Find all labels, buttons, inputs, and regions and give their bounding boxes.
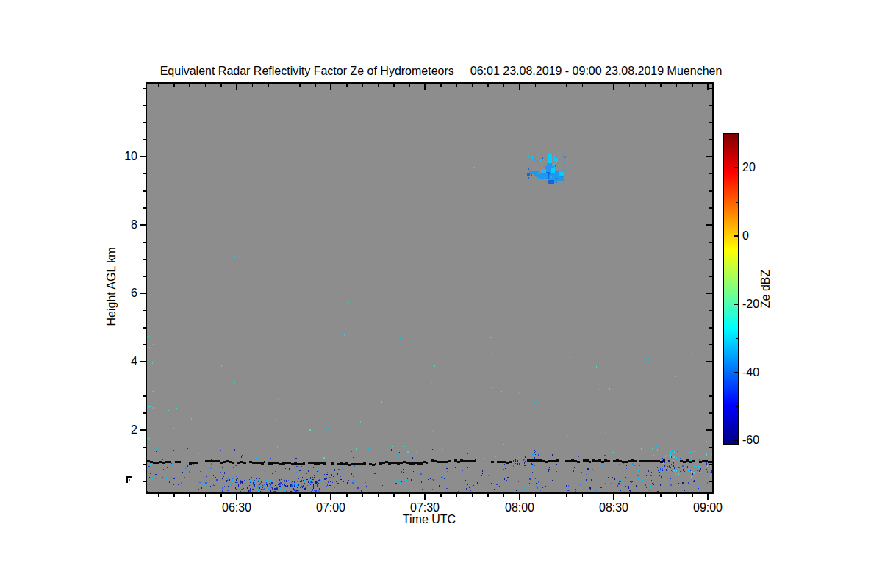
tick-mark: [236, 494, 237, 500]
tick-mark: [707, 84, 709, 90]
tick-mark: [598, 84, 599, 87]
tick-mark: [143, 242, 146, 243]
tick-mark: [140, 156, 146, 157]
tick-mark: [707, 494, 709, 500]
tick-mark: [236, 84, 237, 90]
x-tick-label: 07:30: [410, 501, 440, 514]
tick-mark: [140, 361, 146, 362]
tick-mark: [252, 84, 254, 87]
tick-mark: [613, 84, 614, 90]
tick-mark: [709, 327, 712, 329]
tick-mark: [315, 84, 316, 87]
tick-mark: [709, 242, 712, 243]
tick-mark: [158, 84, 159, 87]
colorbar-tick-label: -40: [742, 366, 759, 379]
tick-mark: [472, 84, 473, 87]
tick-mark: [143, 276, 146, 277]
tick-mark: [143, 344, 146, 345]
tick-mark: [456, 84, 458, 87]
tick-mark: [709, 464, 712, 465]
tick-mark: [284, 494, 285, 497]
tick-mark: [143, 464, 146, 465]
tick-mark: [346, 84, 348, 87]
tick-mark: [645, 84, 646, 87]
tick-mark: [706, 429, 712, 431]
x-tick-label: 09:00: [693, 501, 723, 514]
chart-title-text: Equivalent Radar Reflectivity Factor Ze …: [160, 65, 454, 77]
tick-mark: [252, 494, 254, 497]
tick-mark: [315, 494, 316, 497]
tick-mark: [330, 494, 331, 500]
x-tick-label: 06:30: [222, 501, 251, 514]
colorbar: [723, 133, 739, 445]
tick-mark: [173, 84, 175, 87]
tick-mark: [645, 494, 646, 497]
plot-area: [146, 82, 714, 494]
tick-mark: [734, 372, 738, 373]
radar-reflectivity-figure: Equivalent Radar Reflectivity Factor Ze …: [0, 0, 882, 588]
tick-mark: [503, 494, 505, 497]
tick-mark: [362, 84, 363, 87]
tick-mark: [709, 105, 712, 107]
chart-title-daterange: 06:01 23.08.2019 - 09:00 23.08.2019 Muen…: [470, 65, 723, 77]
tick-mark: [440, 494, 442, 497]
colorbar-title: Ze dBZ: [759, 270, 772, 308]
tick-mark: [709, 122, 712, 123]
tick-mark: [709, 88, 712, 90]
tick-mark: [143, 327, 146, 329]
x-axis-label: Time UTC: [403, 513, 456, 526]
tick-mark: [706, 224, 712, 226]
tick-mark: [158, 494, 159, 497]
tick-mark: [143, 105, 146, 107]
tick-mark: [709, 481, 712, 482]
tick-mark: [299, 494, 301, 497]
tick-mark: [629, 494, 631, 497]
tick-mark: [143, 88, 146, 90]
tick-mark: [709, 395, 712, 397]
tick-mark: [551, 494, 552, 497]
tick-mark: [143, 190, 146, 192]
tick-mark: [629, 84, 631, 87]
tick-mark: [220, 84, 222, 87]
tick-mark: [734, 235, 738, 237]
chart-title: Equivalent Radar Reflectivity Factor Ze …: [0, 65, 882, 78]
tick-mark: [143, 139, 146, 140]
tick-mark: [299, 84, 301, 87]
tick-mark: [140, 224, 146, 226]
tick-mark: [140, 429, 146, 431]
tick-mark: [566, 84, 567, 87]
tick-mark: [393, 494, 395, 497]
tick-mark: [143, 447, 146, 448]
tick-mark: [268, 494, 269, 497]
tick-mark: [706, 156, 712, 157]
tick-mark: [424, 84, 426, 90]
tick-mark: [709, 344, 712, 345]
tick-mark: [660, 84, 662, 87]
tick-mark: [143, 207, 146, 209]
tick-mark: [676, 84, 678, 87]
tick-mark: [709, 379, 712, 380]
tick-mark: [378, 84, 379, 87]
tick-mark: [140, 293, 146, 294]
y-tick-label: 4: [105, 355, 137, 368]
x-tick-label: 08:00: [505, 501, 534, 514]
tick-mark: [143, 379, 146, 380]
tick-mark: [736, 202, 738, 204]
tick-mark: [535, 494, 537, 497]
tick-mark: [503, 84, 505, 87]
colorbar-tick-label: 20: [742, 161, 756, 174]
tick-mark: [205, 84, 207, 87]
tick-mark: [487, 84, 489, 87]
tick-mark: [566, 494, 567, 497]
tick-mark: [709, 139, 712, 140]
tick-mark: [378, 494, 379, 497]
tick-mark: [709, 207, 712, 209]
tick-mark: [393, 84, 395, 87]
tick-mark: [143, 395, 146, 397]
tick-mark: [409, 494, 411, 497]
tick-mark: [519, 84, 520, 90]
tick-mark: [551, 84, 552, 87]
tick-mark: [692, 494, 693, 497]
artifact-mark: [126, 478, 128, 483]
tick-mark: [734, 304, 738, 305]
